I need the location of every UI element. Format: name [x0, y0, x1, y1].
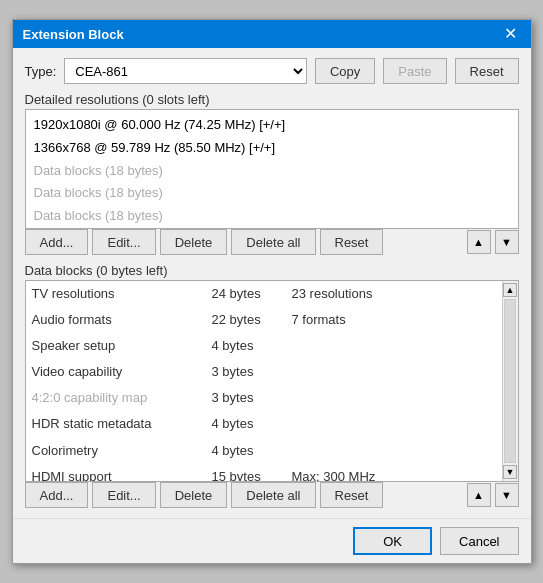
copy-button[interactable]: Copy — [315, 58, 375, 84]
db-delete-all-button[interactable]: Delete all — [231, 482, 315, 508]
scroll-track — [504, 299, 516, 463]
extension-block-dialog: Extension Block ✕ Type: CEA-861 Copy Pas… — [12, 19, 532, 564]
table-row[interactable]: HDR static metadata4 bytes — [26, 411, 502, 437]
table-row[interactable]: Colorimetry4 bytes — [26, 438, 502, 464]
table-row[interactable]: Speaker setup4 bytes — [26, 333, 502, 359]
close-button[interactable]: ✕ — [500, 26, 521, 42]
data-blocks-container: TV resolutions24 bytes23 resolutionsAudi… — [25, 280, 519, 482]
resolutions-label: Detailed resolutions (0 slots left) — [25, 92, 519, 107]
resolutions-section: Detailed resolutions (0 slots left) 1920… — [25, 92, 519, 255]
type-row: Type: CEA-861 Copy Paste Reset — [25, 58, 519, 84]
table-row[interactable]: TV resolutions24 bytes23 resolutions — [26, 281, 502, 307]
res-down-button[interactable]: ▼ — [495, 230, 519, 254]
data-blocks-label: Data blocks (0 bytes left) — [25, 263, 519, 278]
data-block-info: 7 formats — [292, 309, 496, 331]
data-block-size: 3 bytes — [212, 387, 292, 409]
scrollbar[interactable]: ▲ ▼ — [502, 281, 518, 481]
dialog-body: Type: CEA-861 Copy Paste Reset Detailed … — [13, 48, 531, 518]
data-block-size: 22 bytes — [212, 309, 292, 331]
data-block-size: 3 bytes — [212, 361, 292, 383]
db-delete-button[interactable]: Delete — [160, 482, 228, 508]
list-item[interactable]: Data blocks (18 bytes) — [32, 205, 512, 228]
db-reset-button[interactable]: Reset — [320, 482, 384, 508]
data-block-size: 15 bytes — [212, 466, 292, 481]
res-reset-button[interactable]: Reset — [320, 229, 384, 255]
data-block-name: HDR static metadata — [32, 413, 212, 435]
list-item[interactable]: 1366x768 @ 59.789 Hz (85.50 MHz) [+/+] — [32, 137, 512, 160]
data-blocks-list[interactable]: TV resolutions24 bytes23 resolutionsAudi… — [26, 281, 502, 481]
data-block-size: 24 bytes — [212, 283, 292, 305]
data-block-name: Video capability — [32, 361, 212, 383]
table-row[interactable]: Audio formats22 bytes7 formats — [26, 307, 502, 333]
data-blocks-section: Data blocks (0 bytes left) TV resolution… — [25, 263, 519, 508]
res-up-button[interactable]: ▲ — [467, 230, 491, 254]
list-item[interactable]: Data blocks (18 bytes) — [32, 182, 512, 205]
data-block-name: TV resolutions — [32, 283, 212, 305]
table-row[interactable]: 4:2:0 capability map3 bytes — [26, 385, 502, 411]
scroll-up-arrow[interactable]: ▲ — [503, 283, 517, 297]
cancel-button[interactable]: Cancel — [440, 527, 518, 555]
table-row[interactable]: HDMI support15 bytesMax: 300 MHz — [26, 464, 502, 481]
res-delete-all-button[interactable]: Delete all — [231, 229, 315, 255]
data-block-info — [292, 440, 496, 462]
reset-type-button[interactable]: Reset — [455, 58, 519, 84]
res-delete-button[interactable]: Delete — [160, 229, 228, 255]
type-select[interactable]: CEA-861 — [64, 58, 307, 84]
list-item[interactable]: 1920x1080i @ 60.000 Hz (74.25 MHz) [+/+] — [32, 114, 512, 137]
resolutions-toolbar: Add... Edit... Delete Delete all Reset ▲… — [25, 229, 519, 255]
data-block-info — [292, 387, 496, 409]
db-edit-button[interactable]: Edit... — [92, 482, 155, 508]
db-down-button[interactable]: ▼ — [495, 483, 519, 507]
data-block-name: Colorimetry — [32, 440, 212, 462]
list-item[interactable]: Data blocks (18 bytes) — [32, 160, 512, 183]
data-block-info: 23 resolutions — [292, 283, 496, 305]
data-blocks-toolbar: Add... Edit... Delete Delete all Reset ▲… — [25, 482, 519, 508]
res-edit-button[interactable]: Edit... — [92, 229, 155, 255]
paste-button[interactable]: Paste — [383, 58, 446, 84]
data-block-name: Audio formats — [32, 309, 212, 331]
data-block-name: Speaker setup — [32, 335, 212, 357]
data-block-info — [292, 413, 496, 435]
table-row[interactable]: Video capability3 bytes — [26, 359, 502, 385]
data-block-size: 4 bytes — [212, 335, 292, 357]
title-bar: Extension Block ✕ — [13, 20, 531, 48]
data-block-name: HDMI support — [32, 466, 212, 481]
data-block-size: 4 bytes — [212, 413, 292, 435]
data-block-size: 4 bytes — [212, 440, 292, 462]
dialog-footer: OK Cancel — [13, 518, 531, 563]
data-block-info — [292, 335, 496, 357]
type-label: Type: — [25, 64, 57, 79]
data-block-info — [292, 361, 496, 383]
ok-button[interactable]: OK — [353, 527, 432, 555]
resolutions-listbox[interactable]: 1920x1080i @ 60.000 Hz (74.25 MHz) [+/+]… — [25, 109, 519, 229]
db-add-button[interactable]: Add... — [25, 482, 89, 508]
data-block-info: Max: 300 MHz — [292, 466, 496, 481]
data-block-name: 4:2:0 capability map — [32, 387, 212, 409]
res-add-button[interactable]: Add... — [25, 229, 89, 255]
db-up-button[interactable]: ▲ — [467, 483, 491, 507]
dialog-title: Extension Block — [23, 27, 124, 42]
scroll-down-arrow[interactable]: ▼ — [503, 465, 517, 479]
